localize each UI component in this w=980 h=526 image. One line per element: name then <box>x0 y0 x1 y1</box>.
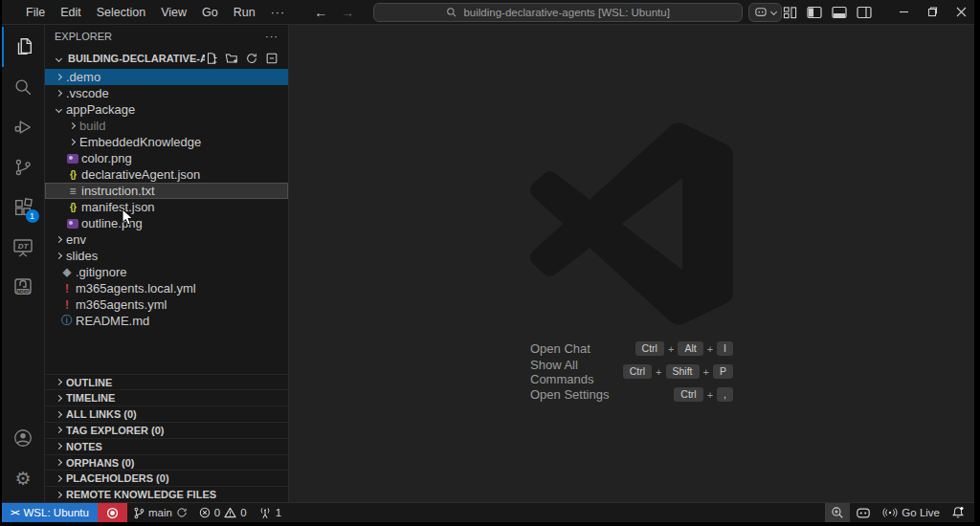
git-file-icon: ◈ <box>58 266 76 278</box>
titlebar: File Edit Selection View Go Run ··· ← → … <box>2 0 974 25</box>
back-arrow-icon[interactable]: ← <box>314 5 327 20</box>
section-tag-explorer[interactable]: TAG EXPLORER (0) <box>45 422 288 438</box>
notifications-button[interactable] <box>946 503 974 522</box>
errors-icon <box>199 507 211 518</box>
menu-file[interactable]: File <box>18 3 53 22</box>
tree-item-color-png[interactable]: color.png <box>45 150 288 166</box>
activitybar-demo-time[interactable]: DT <box>2 228 45 268</box>
sidebar-title: EXPLORER <box>55 31 112 42</box>
run-debug-icon <box>12 117 33 138</box>
section-orphans[interactable]: ORPHANS (0) <box>45 454 288 471</box>
tree-item-slides[interactable]: slides <box>45 248 288 264</box>
section-remote-knowledge-files[interactable]: REMOTE KNOWLEDGE FILES <box>45 486 288 502</box>
ports-indicator[interactable]: 1 <box>253 503 287 522</box>
remote-indicator[interactable]: >< WSL: Ubuntu <box>2 503 98 522</box>
section-placeholders[interactable]: PLACEHOLDERS (0) <box>45 470 288 486</box>
activitybar-extensions[interactable]: 1 <box>2 187 45 228</box>
text-file-icon: ≡ <box>64 185 81 198</box>
customize-layout-icon[interactable] <box>782 5 797 20</box>
section-outline[interactable]: OUTLINE <box>45 374 288 390</box>
close-icon[interactable] <box>947 0 975 24</box>
shortcut-open-settings: Open Settings Ctrl + , <box>530 386 733 403</box>
chevron-right-icon <box>55 411 61 418</box>
key-chip: Ctrl <box>635 341 664 357</box>
shortcut-open-chat: Open Chat Ctrl + Alt + I <box>530 340 733 357</box>
branch-indicator[interactable]: main <box>127 503 193 522</box>
key-chip: Alt <box>678 341 702 357</box>
recording-button[interactable] <box>98 503 127 522</box>
zoom-in-icon <box>831 506 844 519</box>
activitybar-run-debug[interactable] <box>2 107 45 147</box>
warnings-count: 0 <box>240 507 246 518</box>
refresh-icon[interactable] <box>245 52 258 65</box>
copilot-menu-button[interactable] <box>748 3 782 22</box>
chevron-right-icon <box>55 443 61 449</box>
new-folder-icon[interactable] <box>225 52 238 65</box>
section-all-links[interactable]: ALL LINKS (0) <box>45 405 288 422</box>
tree-item-env[interactable]: env <box>45 231 288 248</box>
status-bar: >< WSL: Ubuntu main <box>2 502 974 522</box>
activitybar-m365-toolkit[interactable]: M365 <box>2 268 45 308</box>
files-icon <box>13 36 34 57</box>
toggle-secondary-sidebar-icon[interactable] <box>857 5 872 20</box>
activitybar-search[interactable] <box>2 67 45 107</box>
copilot-icon <box>856 507 871 519</box>
menu-run[interactable]: Run <box>226 3 263 22</box>
key-chip: Ctrl <box>623 364 652 380</box>
new-file-icon[interactable] <box>205 52 218 65</box>
activitybar-accounts[interactable] <box>2 418 45 458</box>
section-notes[interactable]: NOTES <box>45 438 288 454</box>
menu-selection[interactable]: Selection <box>89 3 153 22</box>
copilot-status-button[interactable] <box>850 503 877 522</box>
toggle-primary-sidebar-icon[interactable] <box>807 5 822 20</box>
command-center-search[interactable]: building-declarative-agents [WSL: Ubuntu… <box>373 3 743 22</box>
key-chip: Ctrl <box>674 387 702 403</box>
explorer-more-actions-icon[interactable]: ··· <box>265 31 278 42</box>
chevron-down-icon <box>55 55 61 61</box>
tree-item-m365agents-yml[interactable]: ! m365agents.yml <box>45 296 288 313</box>
bell-icon <box>951 506 965 519</box>
workspace-section-header[interactable]: BUILDING-DECLARATIVE-AGENTS [WSL... <box>45 48 288 69</box>
key-chip: I <box>717 341 733 357</box>
section-timeline[interactable]: TIMELINE <box>45 389 288 405</box>
go-live-button[interactable]: Go Live <box>877 503 946 522</box>
menu-more-icon[interactable]: ··· <box>263 3 294 22</box>
tree-item-instruction-txt[interactable]: ≡ instruction.txt <box>45 183 288 199</box>
menu-view[interactable]: View <box>153 3 194 22</box>
search-icon <box>12 77 33 98</box>
menu-edit[interactable]: Edit <box>53 3 89 22</box>
toggle-panel-icon[interactable] <box>832 5 847 20</box>
demo-time-icon: DT <box>11 236 34 259</box>
tree-item-outline-png[interactable]: outline.png <box>45 215 288 231</box>
tree-item-apppackage[interactable]: appPackage <box>45 101 288 118</box>
key-chip: P <box>713 364 733 380</box>
activity-bar: 1 DT M365 <box>2 25 45 502</box>
tree-item-build[interactable]: build <box>45 118 288 134</box>
tree-item-declarativeagent-json[interactable]: {} declarativeAgent.json <box>45 166 288 183</box>
restore-icon[interactable] <box>918 0 947 24</box>
editor-area: Open Chat Ctrl + Alt + I Show All Comman… <box>289 25 974 502</box>
collapse-all-icon[interactable] <box>265 52 278 65</box>
zoom-status-button[interactable] <box>825 503 850 522</box>
forward-arrow-icon[interactable]: → <box>341 5 354 20</box>
activitybar-explorer[interactable] <box>2 27 45 67</box>
tree-item-m365agents-local-yml[interactable]: ! m365agents.local.yml <box>45 280 288 296</box>
tree-item-gitignore[interactable]: ◈ .gitignore <box>45 264 288 280</box>
image-file-icon <box>67 219 78 229</box>
minimize-icon[interactable] <box>889 0 918 24</box>
tree-item-manifest-json[interactable]: {} manifest.json <box>45 199 288 215</box>
chevron-right-icon <box>55 252 61 259</box>
chevron-right-icon <box>55 90 61 97</box>
m365-agents-toolkit-icon: M365 <box>11 276 34 299</box>
menu-go[interactable]: Go <box>194 3 226 22</box>
tree-item-embeddedknowledge[interactable]: EmbeddedKnowledge <box>45 134 288 150</box>
activitybar-settings[interactable]: ⚙ <box>2 458 45 498</box>
tree-item-demo[interactable]: .demo <box>45 69 288 85</box>
tree-item-vscode[interactable]: .vscode <box>45 85 288 101</box>
chevron-right-icon <box>55 379 61 385</box>
shortcut-show-all-commands: Show All Commands Ctrl + Shift + P <box>530 363 733 380</box>
tree-item-readme-md[interactable]: ⓘ README.md <box>45 313 288 329</box>
activitybar-source-control[interactable] <box>2 147 45 187</box>
problems-indicator[interactable]: 0 0 <box>193 503 253 522</box>
warnings-icon <box>224 507 236 518</box>
